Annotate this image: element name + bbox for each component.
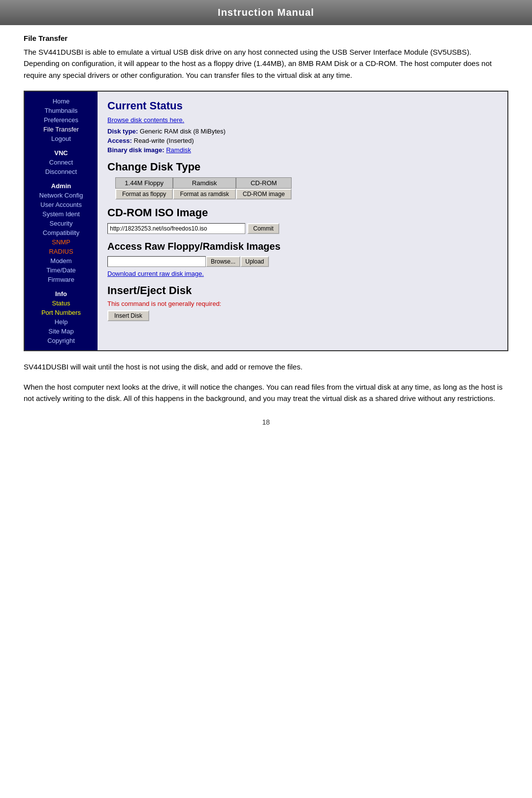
sidebar-item-home[interactable]: Home: [25, 97, 98, 106]
header-bar: Instruction Manual: [0, 0, 532, 25]
binary-link[interactable]: Ramdisk: [166, 146, 191, 154]
file-input-box[interactable]: [107, 256, 206, 267]
upload-row: Browse... Upload: [107, 256, 498, 267]
access-value: Read-write (Inserted): [134, 137, 194, 144]
file-transfer-heading: File Transfer: [24, 34, 508, 42]
disk-type-label: Disk type:: [107, 128, 138, 135]
disk-type-info: Disk type: Generic RAM disk (8 MiBytes): [107, 128, 498, 135]
change-disk-type-title: Change Disk Type: [107, 161, 498, 173]
binary-label: Binary disk image:: [107, 146, 165, 154]
binary-info: Binary disk image: Ramdisk: [107, 146, 498, 154]
insert-note: This command is not generally required:: [107, 300, 498, 307]
access-info: Access: Read-write (Inserted): [107, 137, 498, 144]
header-title: Instruction Manual: [0, 7, 532, 18]
access-label: Access:: [107, 137, 132, 144]
sidebar-item-modem[interactable]: Modem: [25, 256, 98, 266]
sidebar-item-file-transfer[interactable]: File Transfer: [25, 125, 98, 134]
footer-text-2: When the host computer next looks at the…: [24, 381, 508, 404]
sidebar-item-site-map[interactable]: Site Map: [25, 327, 98, 336]
sidebar-item-preferences[interactable]: Preferences: [25, 115, 98, 125]
main-area: Current Status Browse disk contents here…: [98, 92, 507, 350]
sidebar-item-status[interactable]: Status: [25, 299, 98, 308]
sidebar-item-connect[interactable]: Connect: [25, 158, 98, 167]
sidebar-item-thumbnails[interactable]: Thumbnails: [25, 106, 98, 115]
sidebar-item-port-numbers[interactable]: Port Numbers: [25, 308, 98, 317]
iso-row: Commit: [107, 223, 498, 234]
sidebar-vnc-label: VNC: [25, 146, 98, 158]
sidebar-item-time-date[interactable]: Time/Date: [25, 266, 98, 275]
sidebar-item-user-accounts[interactable]: User Accounts: [25, 200, 98, 209]
iso-url-input[interactable]: [107, 223, 245, 234]
cdrom-header: CD-ROM: [236, 177, 292, 189]
commit-button[interactable]: Commit: [247, 223, 279, 234]
sidebar-item-compatibility[interactable]: Compatibility: [25, 228, 98, 237]
sidebar-item-system-ident[interactable]: System Ident: [25, 209, 98, 219]
format-floppy-button[interactable]: Format as floppy: [115, 189, 173, 200]
sidebar-item-firmware[interactable]: Firmware: [25, 275, 98, 284]
cdrom-image-button[interactable]: CD-ROM image: [236, 189, 292, 200]
browse-disk-link[interactable]: Browse disk contents here.: [107, 116, 498, 124]
sidebar-item-network-config[interactable]: Network Config: [25, 191, 98, 200]
disk-type-table: 1.44M Floppy Ramdisk CD-ROM Format as fl…: [115, 177, 292, 200]
intro-text: The SV441DUSBI is able to emulate a virt…: [24, 46, 508, 81]
cdrom-iso-title: CD-ROM ISO Image: [107, 206, 498, 219]
footer-text-1: SV441DUSBI will wait until the host is n…: [24, 361, 508, 372]
access-raw-title: Access Raw Floppy/Ramdisk Images: [107, 241, 498, 252]
insert-eject-title: Insert/Eject Disk: [107, 284, 498, 297]
disk-type-value: Generic RAM disk (8 MiBytes): [140, 128, 226, 135]
sidebar-item-disconnect[interactable]: Disconnect: [25, 167, 98, 176]
download-raw-link[interactable]: Download current raw disk image.: [107, 270, 498, 277]
sidebar-item-logout[interactable]: Logout: [25, 134, 98, 143]
ramdisk-header: Ramdisk: [173, 177, 235, 189]
sidebar-item-snmp[interactable]: SNMP: [25, 237, 98, 247]
current-status-title: Current Status: [107, 100, 498, 112]
sidebar: Home Thumbnails Preferences File Transfe…: [25, 92, 98, 350]
browse-button[interactable]: Browse...: [206, 256, 240, 267]
page-content: File Transfer The SV441DUSBI is able to …: [0, 34, 532, 436]
sidebar-admin-label: Admin: [25, 179, 98, 191]
sidebar-item-security[interactable]: Security: [25, 219, 98, 228]
upload-button[interactable]: Upload: [240, 256, 269, 267]
format-ramdisk-button[interactable]: Format as ramdisk: [173, 189, 235, 200]
ui-panel: Home Thumbnails Preferences File Transfe…: [24, 91, 508, 351]
sidebar-item-copyright[interactable]: Copyright: [25, 336, 98, 345]
page-number: 18: [24, 413, 508, 436]
floppy-header: 1.44M Floppy: [115, 177, 173, 189]
sidebar-item-radius[interactable]: RADIUS: [25, 247, 98, 256]
sidebar-info-label: Info: [25, 287, 98, 299]
sidebar-item-help[interactable]: Help: [25, 317, 98, 327]
insert-disk-button[interactable]: Insert Disk: [107, 310, 149, 321]
